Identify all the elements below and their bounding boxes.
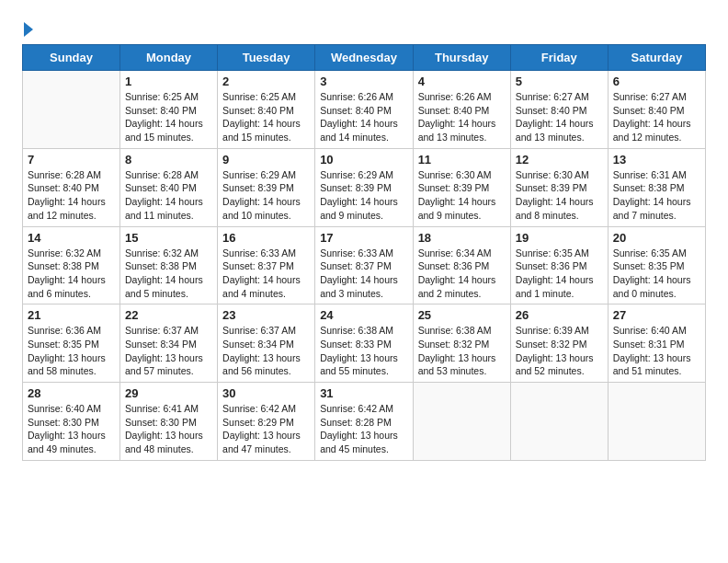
day-number: 26: [516, 308, 603, 322]
cell-content: Sunrise: 6:33 AMSunset: 8:37 PMDaylight:…: [320, 247, 407, 301]
cell-content: Sunrise: 6:35 AMSunset: 8:36 PMDaylight:…: [516, 247, 603, 301]
calendar-cell: 23Sunrise: 6:37 AMSunset: 8:34 PMDayligh…: [218, 304, 315, 383]
cell-content: Sunrise: 6:32 AMSunset: 8:38 PMDaylight:…: [28, 247, 115, 301]
cell-content: Sunrise: 6:41 AMSunset: 8:30 PMDaylight:…: [125, 402, 212, 456]
calendar-cell: [23, 71, 120, 149]
day-number: 3: [320, 75, 407, 88]
cell-content: Sunrise: 6:30 AMSunset: 8:39 PMDaylight:…: [516, 168, 603, 223]
calendar-week-row: 1Sunrise: 6:25 AMSunset: 8:40 PMDaylight…: [23, 71, 706, 149]
calendar-cell: [608, 383, 705, 461]
day-of-week-header: Friday: [510, 45, 608, 71]
cell-content: Sunrise: 6:26 AMSunset: 8:40 PMDaylight:…: [418, 90, 506, 144]
cell-content: Sunrise: 6:42 AMSunset: 8:28 PMDaylight:…: [320, 402, 407, 456]
calendar-cell: 14Sunrise: 6:32 AMSunset: 8:38 PMDayligh…: [23, 226, 120, 304]
day-number: 11: [418, 153, 506, 167]
day-number: 20: [613, 231, 700, 245]
calendar-cell: 8Sunrise: 6:28 AMSunset: 8:40 PMDaylight…: [120, 148, 218, 226]
calendar-week-row: 14Sunrise: 6:32 AMSunset: 8:38 PMDayligh…: [23, 226, 706, 304]
cell-content: Sunrise: 6:29 AMSunset: 8:39 PMDaylight:…: [222, 168, 310, 223]
calendar-cell: 24Sunrise: 6:38 AMSunset: 8:33 PMDayligh…: [315, 304, 413, 383]
cell-content: Sunrise: 6:42 AMSunset: 8:29 PMDaylight:…: [222, 402, 310, 456]
cell-content: Sunrise: 6:40 AMSunset: 8:31 PMDaylight:…: [613, 324, 700, 378]
calendar-cell: 1Sunrise: 6:25 AMSunset: 8:40 PMDaylight…: [120, 71, 218, 149]
day-of-week-header: Sunday: [23, 45, 120, 71]
cell-content: Sunrise: 6:34 AMSunset: 8:36 PMDaylight:…: [418, 247, 506, 301]
calendar-cell: 18Sunrise: 6:34 AMSunset: 8:36 PMDayligh…: [413, 226, 510, 304]
cell-content: Sunrise: 6:29 AMSunset: 8:39 PMDaylight:…: [320, 168, 407, 223]
calendar-cell: 17Sunrise: 6:33 AMSunset: 8:37 PMDayligh…: [315, 226, 413, 304]
calendar-week-row: 28Sunrise: 6:40 AMSunset: 8:30 PMDayligh…: [23, 383, 706, 461]
cell-content: Sunrise: 6:33 AMSunset: 8:37 PMDaylight:…: [222, 247, 310, 301]
day-number: 19: [516, 231, 603, 245]
day-of-week-header: Saturday: [608, 45, 705, 71]
calendar-week-row: 21Sunrise: 6:36 AMSunset: 8:35 PMDayligh…: [23, 304, 706, 383]
day-number: 18: [418, 231, 506, 245]
day-number: 15: [125, 231, 212, 245]
calendar-cell: 9Sunrise: 6:29 AMSunset: 8:39 PMDaylight…: [218, 148, 315, 226]
cell-content: Sunrise: 6:28 AMSunset: 8:40 PMDaylight:…: [125, 168, 212, 223]
calendar-cell: 15Sunrise: 6:32 AMSunset: 8:38 PMDayligh…: [120, 226, 218, 304]
logo-arrow-icon: [24, 22, 33, 37]
day-number: 23: [222, 308, 310, 322]
cell-content: Sunrise: 6:38 AMSunset: 8:32 PMDaylight:…: [418, 324, 506, 378]
cell-content: Sunrise: 6:40 AMSunset: 8:30 PMDaylight:…: [28, 402, 115, 456]
cell-content: Sunrise: 6:27 AMSunset: 8:40 PMDaylight:…: [613, 90, 700, 144]
calendar-cell: 2Sunrise: 6:25 AMSunset: 8:40 PMDaylight…: [218, 71, 315, 149]
calendar-cell: 20Sunrise: 6:35 AMSunset: 8:35 PMDayligh…: [608, 226, 705, 304]
day-number: 28: [28, 386, 115, 400]
calendar-cell: 29Sunrise: 6:41 AMSunset: 8:30 PMDayligh…: [120, 383, 218, 461]
day-of-week-header: Thursday: [413, 45, 510, 71]
cell-content: Sunrise: 6:25 AMSunset: 8:40 PMDaylight:…: [222, 90, 310, 144]
day-number: 6: [613, 75, 700, 88]
day-number: 8: [125, 153, 212, 167]
cell-content: Sunrise: 6:31 AMSunset: 8:38 PMDaylight:…: [613, 168, 700, 223]
day-number: 10: [320, 153, 407, 167]
day-number: 13: [613, 153, 700, 167]
day-number: 27: [613, 308, 700, 322]
cell-content: Sunrise: 6:36 AMSunset: 8:35 PMDaylight:…: [28, 324, 115, 378]
calendar-cell: [413, 383, 510, 461]
calendar-cell: 4Sunrise: 6:26 AMSunset: 8:40 PMDaylight…: [413, 71, 510, 149]
day-of-week-header: Wednesday: [315, 45, 413, 71]
calendar-cell: 3Sunrise: 6:26 AMSunset: 8:40 PMDaylight…: [315, 71, 413, 149]
day-number: 24: [320, 308, 407, 322]
day-number: 2: [222, 75, 310, 88]
logo: [22, 18, 33, 35]
calendar-week-row: 7Sunrise: 6:28 AMSunset: 8:40 PMDaylight…: [23, 148, 706, 226]
day-number: 25: [418, 308, 506, 322]
cell-content: Sunrise: 6:28 AMSunset: 8:40 PMDaylight:…: [28, 168, 115, 223]
calendar-cell: 30Sunrise: 6:42 AMSunset: 8:29 PMDayligh…: [218, 383, 315, 461]
calendar-cell: 19Sunrise: 6:35 AMSunset: 8:36 PMDayligh…: [510, 226, 608, 304]
calendar-cell: 31Sunrise: 6:42 AMSunset: 8:28 PMDayligh…: [315, 383, 413, 461]
calendar-cell: 25Sunrise: 6:38 AMSunset: 8:32 PMDayligh…: [413, 304, 510, 383]
day-number: 17: [320, 231, 407, 245]
calendar: SundayMondayTuesdayWednesdayThursdayFrid…: [22, 44, 706, 461]
calendar-cell: 16Sunrise: 6:33 AMSunset: 8:37 PMDayligh…: [218, 226, 315, 304]
calendar-cell: 11Sunrise: 6:30 AMSunset: 8:39 PMDayligh…: [413, 148, 510, 226]
calendar-cell: 22Sunrise: 6:37 AMSunset: 8:34 PMDayligh…: [120, 304, 218, 383]
day-number: 9: [222, 153, 310, 167]
cell-content: Sunrise: 6:35 AMSunset: 8:35 PMDaylight:…: [613, 247, 700, 301]
calendar-cell: 13Sunrise: 6:31 AMSunset: 8:38 PMDayligh…: [608, 148, 705, 226]
calendar-cell: 28Sunrise: 6:40 AMSunset: 8:30 PMDayligh…: [23, 383, 120, 461]
cell-content: Sunrise: 6:39 AMSunset: 8:32 PMDaylight:…: [516, 324, 603, 378]
day-number: 5: [516, 75, 603, 88]
calendar-cell: [510, 383, 608, 461]
day-number: 22: [125, 308, 212, 322]
day-number: 31: [320, 386, 407, 400]
calendar-cell: 7Sunrise: 6:28 AMSunset: 8:40 PMDaylight…: [23, 148, 120, 226]
day-number: 21: [28, 308, 115, 322]
calendar-cell: 5Sunrise: 6:27 AMSunset: 8:40 PMDaylight…: [510, 71, 608, 149]
day-of-week-header: Monday: [120, 45, 218, 71]
calendar-cell: 10Sunrise: 6:29 AMSunset: 8:39 PMDayligh…: [315, 148, 413, 226]
cell-content: Sunrise: 6:27 AMSunset: 8:40 PMDaylight:…: [516, 90, 603, 144]
day-of-week-header: Tuesday: [218, 45, 315, 71]
cell-content: Sunrise: 6:32 AMSunset: 8:38 PMDaylight:…: [125, 247, 212, 301]
day-number: 1: [125, 75, 212, 88]
calendar-cell: 6Sunrise: 6:27 AMSunset: 8:40 PMDaylight…: [608, 71, 705, 149]
day-number: 16: [222, 231, 310, 245]
day-number: 12: [516, 153, 603, 167]
calendar-cell: 27Sunrise: 6:40 AMSunset: 8:31 PMDayligh…: [608, 304, 705, 383]
calendar-header-row: SundayMondayTuesdayWednesdayThursdayFrid…: [23, 45, 706, 71]
header: [22, 18, 706, 35]
